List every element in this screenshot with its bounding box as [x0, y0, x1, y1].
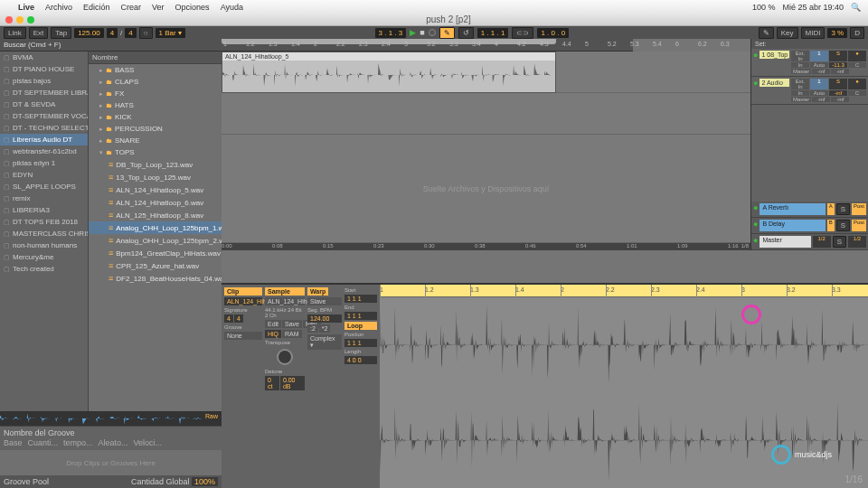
file-item[interactable]: ≡DF2_128_BeatHouseHats_04.wav [89, 272, 222, 285]
master-out[interactable]: 1/2 [848, 236, 866, 248]
folder-item[interactable]: 🖿FX [89, 88, 222, 99]
folder-item[interactable]: 🖿KICK [89, 111, 222, 123]
track-activator[interactable]: ● [753, 79, 758, 88]
automation-button[interactable]: ↺ [458, 27, 474, 39]
sig-num[interactable]: 4 [224, 314, 233, 323]
hiq-button[interactable]: HiQ [265, 330, 281, 338]
warp-ruler[interactable]: 11.21.31.422.22.32.433.23.33.444.24.34.4 [380, 285, 868, 297]
return-a-solo[interactable]: S [836, 203, 850, 215]
category-item[interactable]: pistas bajos [0, 75, 88, 87]
end-value[interactable]: 1 1 1 [344, 312, 377, 320]
folder-item[interactable]: 🖿PERCUSSION [89, 123, 222, 135]
category-item[interactable]: MASTERCLASS CHRIS [0, 228, 88, 239]
warp-mode-select[interactable]: Complex ▾ [307, 334, 342, 350]
sample-tab[interactable]: Sample [265, 287, 305, 296]
category-item[interactable]: DT-SEPTEMBER VOCAL [0, 110, 88, 122]
file-item[interactable]: ≡CPR_125_Azure_hat.wav [89, 259, 222, 272]
transpose-knob[interactable] [277, 349, 293, 365]
minimize-icon[interactable] [16, 16, 24, 23]
metronome-button[interactable]: ○ [139, 27, 153, 39]
save-button[interactable]: Save [282, 320, 302, 328]
position-value[interactable]: 1 1 1 [344, 339, 377, 347]
tap-button[interactable]: Tap [51, 27, 71, 39]
overdub-button[interactable]: ✎ [439, 27, 455, 39]
loop-button[interactable]: Loop [344, 322, 377, 330]
app-name[interactable]: Live [18, 3, 34, 12]
browser-search[interactable]: Buscar (Cmd + F) [0, 39, 222, 52]
return-a-post[interactable]: Post [852, 203, 866, 215]
arm-button[interactable]: ● [848, 51, 866, 61]
battery-indicator[interactable]: 100 % [752, 3, 776, 12]
return-a-row[interactable]: ● A Reverb A S Post [751, 202, 868, 218]
ext-sync-button[interactable]: Ext [29, 27, 49, 39]
warp-marker[interactable] [606, 285, 607, 297]
warp-marker[interactable] [696, 285, 697, 297]
maximize-icon[interactable] [27, 16, 34, 23]
groove-pool-label[interactable]: Groove Pool [4, 477, 49, 486]
half-tempo[interactable]: :2 [307, 324, 318, 333]
category-item[interactable]: DT TOPS FEB 2018 [0, 216, 88, 228]
category-item[interactable]: webtransfer-61c2bd [0, 145, 88, 157]
key-map-button[interactable]: Key [777, 27, 798, 39]
io-type[interactable]: Ext. In [791, 79, 809, 89]
arrangement-pos[interactable]: 3 . 1 . 3 [375, 28, 407, 38]
category-item[interactable]: non-human humans [0, 239, 88, 251]
menu-ayuda[interactable]: Ayuda [221, 3, 243, 12]
warp-marker[interactable] [561, 285, 561, 297]
category-item[interactable]: DT SEPTEMBER LIBRAR [0, 87, 88, 99]
master-row[interactable]: ● Master 1/2 S 1/2 [751, 234, 868, 250]
return-b-send[interactable]: B [827, 220, 835, 231]
warp-button[interactable]: Warp [307, 287, 328, 296]
warp-marker[interactable] [380, 285, 381, 297]
track-name[interactable]: 1 08_Top_Loo [760, 51, 789, 59]
edit-button[interactable]: Edit [265, 320, 281, 328]
length-value[interactable]: 4 0 0 [344, 356, 377, 364]
warp-marker[interactable] [832, 285, 833, 297]
loop-start[interactable]: 1 . 1 . 1 [477, 28, 509, 38]
record-button[interactable] [429, 29, 436, 36]
category-item[interactable]: DT - TECHNO SELECT - [0, 122, 88, 134]
file-item[interactable]: ≡Analog_OHH_Loop_125bpm_2.wav [89, 234, 222, 247]
menu-ver[interactable]: Ver [152, 3, 165, 12]
sig-den[interactable]: 4 [125, 28, 136, 38]
warp-marker[interactable] [651, 285, 652, 297]
category-item[interactable]: DT PIANO HOUSE [0, 63, 88, 75]
folder-item[interactable]: 🖿TOPS [89, 146, 222, 158]
menu-archivo[interactable]: Archivo [45, 3, 72, 12]
return-a-send[interactable]: A [827, 203, 835, 215]
master-name[interactable]: Master [760, 236, 810, 248]
start-value[interactable]: 1 1 1 [344, 295, 377, 303]
category-item[interactable]: BVMA [0, 52, 88, 63]
solo-button[interactable]: S [829, 51, 847, 61]
category-item[interactable]: remix [0, 192, 88, 204]
detune-value[interactable]: 0 ct [265, 376, 279, 390]
loop-length[interactable]: 1 . 0 . 0 [537, 28, 569, 38]
loop-button[interactable]: ⊂⊃ [512, 27, 533, 39]
groove-global-amount[interactable]: 100% [192, 477, 218, 486]
arm-button[interactable]: ● [848, 79, 866, 89]
file-item[interactable]: ≡Bpm124_GreatClap_HiHats.wav [89, 247, 222, 259]
play-button[interactable]: ▶ [410, 28, 416, 37]
time-ruler-seconds[interactable]: 0:000:080:150:230:300:380:460:541:011:09… [222, 243, 750, 250]
warp-marker[interactable] [425, 285, 426, 297]
quantize-menu[interactable]: 1 Bar ▾ [156, 28, 185, 38]
return-b-row[interactable]: ● B Delay B S Post [751, 218, 868, 234]
gain-value[interactable]: 0.00 dB [280, 376, 305, 390]
preview-waveform[interactable]: Raw [0, 411, 222, 426]
sig-num[interactable]: 4 [107, 28, 118, 38]
monitor[interactable]: In [791, 62, 809, 68]
master-solo[interactable]: S [833, 236, 846, 248]
menu-edicion[interactable]: Edición [83, 3, 110, 12]
category-item[interactable]: LIBRERIA3 [0, 204, 88, 216]
return-expand-icon[interactable]: ● [753, 220, 758, 231]
file-item[interactable]: ≡DB_Top_Loop_123.wav [89, 158, 222, 171]
folder-item[interactable]: 🖿BASS [89, 64, 222, 76]
file-item[interactable]: ≡13_Top_Loop_125.wav [89, 171, 222, 183]
track-activator[interactable]: ● [753, 51, 758, 60]
bpm-value[interactable]: 124.00 [307, 314, 342, 323]
solo-button[interactable]: S [829, 79, 847, 89]
arrangement-clip[interactable]: ALN_124_Hihatloop_5 [222, 52, 556, 93]
menu-crear[interactable]: Crear [121, 3, 142, 12]
slave-button[interactable]: Slave [307, 297, 342, 305]
category-item[interactable]: Mercury&me [0, 251, 88, 263]
